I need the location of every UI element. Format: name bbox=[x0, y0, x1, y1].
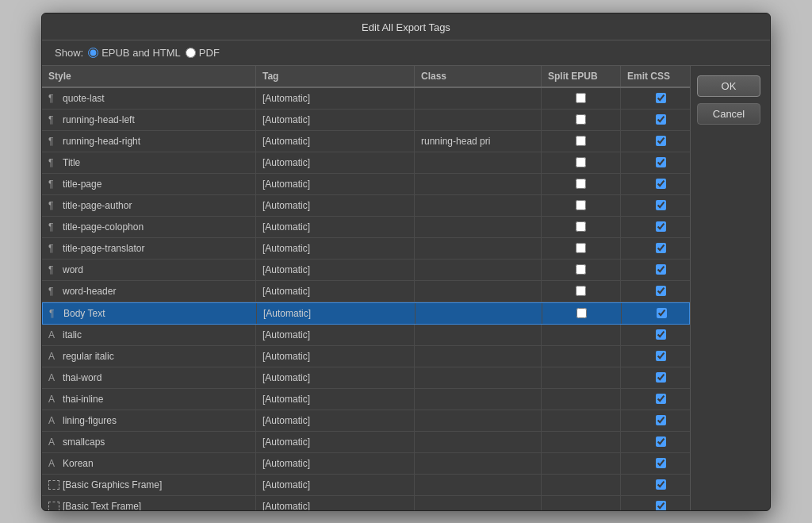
emit-css-cell[interactable] bbox=[621, 325, 690, 345]
split-epub-cell[interactable] bbox=[542, 410, 621, 431]
split-epub-checkbox[interactable] bbox=[576, 221, 586, 232]
pdf-radio[interactable] bbox=[186, 48, 196, 58]
emit-css-checkbox[interactable] bbox=[656, 394, 666, 404]
split-epub-cell[interactable] bbox=[542, 174, 621, 194]
emit-css-cell[interactable] bbox=[621, 152, 690, 173]
split-epub-cell[interactable] bbox=[542, 131, 621, 152]
emit-css-checkbox[interactable] bbox=[656, 501, 666, 510]
table-body[interactable]: ¶quote-last[Automatic]¶running-head-left… bbox=[42, 88, 690, 510]
split-epub-cell[interactable] bbox=[542, 110, 621, 130]
table-row[interactable]: ¶Body Text[Automatic] bbox=[42, 302, 690, 325]
table-row[interactable]: ¶word[Automatic] bbox=[42, 260, 690, 281]
split-epub-cell[interactable] bbox=[542, 217, 621, 237]
table-row[interactable]: Athai-inline[Automatic] bbox=[42, 389, 690, 410]
split-epub-checkbox[interactable] bbox=[576, 286, 586, 296]
table-row[interactable]: Aitalic[Automatic] bbox=[42, 325, 690, 346]
split-epub-cell[interactable] bbox=[542, 367, 621, 388]
emit-css-checkbox[interactable] bbox=[657, 308, 667, 318]
emit-css-checkbox[interactable] bbox=[656, 436, 666, 447]
emit-css-checkbox[interactable] bbox=[656, 221, 666, 232]
emit-css-cell[interactable] bbox=[621, 367, 690, 388]
emit-css-checkbox[interactable] bbox=[656, 415, 666, 425]
emit-css-cell[interactable] bbox=[621, 346, 690, 367]
emit-css-cell[interactable] bbox=[621, 174, 690, 194]
table-row[interactable]: ¶quote-last[Automatic] bbox=[42, 88, 690, 110]
table-row[interactable]: ¶title-page-author[Automatic] bbox=[42, 195, 690, 217]
split-epub-cell[interactable] bbox=[542, 325, 621, 345]
table-row[interactable]: [Basic Graphics Frame][Automatic] bbox=[42, 475, 690, 496]
table-row[interactable]: ¶Title[Automatic] bbox=[42, 152, 690, 174]
table-row[interactable]: Alining-figures[Automatic] bbox=[42, 410, 690, 432]
split-epub-cell[interactable] bbox=[542, 238, 621, 259]
table-row[interactable]: ¶word-header[Automatic] bbox=[42, 281, 690, 302]
split-epub-cell[interactable] bbox=[542, 88, 621, 109]
emit-css-cell[interactable] bbox=[621, 131, 690, 152]
table-row[interactable]: Athai-word[Automatic] bbox=[42, 367, 690, 389]
emit-css-checkbox[interactable] bbox=[656, 200, 666, 210]
emit-css-checkbox[interactable] bbox=[656, 179, 666, 189]
table-row[interactable]: ¶running-head-left[Automatic] bbox=[42, 110, 690, 131]
split-epub-checkbox[interactable] bbox=[576, 243, 586, 253]
split-epub-checkbox[interactable] bbox=[576, 308, 587, 318]
emit-css-cell[interactable] bbox=[621, 389, 690, 410]
emit-css-cell[interactable] bbox=[621, 475, 690, 495]
emit-css-cell[interactable] bbox=[621, 238, 690, 259]
split-epub-checkbox[interactable] bbox=[576, 114, 586, 125]
split-epub-cell[interactable] bbox=[542, 303, 622, 324]
epub-html-label[interactable]: EPUB and HTML bbox=[88, 47, 181, 59]
emit-css-cell[interactable] bbox=[621, 432, 690, 452]
split-epub-cell[interactable] bbox=[542, 260, 621, 280]
split-epub-cell[interactable] bbox=[542, 152, 621, 173]
table-row[interactable]: Aregular italic[Automatic] bbox=[42, 346, 690, 367]
emit-css-cell[interactable] bbox=[621, 88, 690, 109]
emit-css-checkbox[interactable] bbox=[656, 264, 666, 275]
table-row[interactable]: ¶title-page[Automatic] bbox=[42, 174, 690, 195]
table-row[interactable]: ¶running-head-right[Automatic]running-he… bbox=[42, 131, 690, 152]
emit-css-cell[interactable] bbox=[621, 260, 690, 280]
emit-css-cell[interactable] bbox=[621, 410, 690, 431]
split-epub-cell[interactable] bbox=[542, 432, 621, 452]
style-name: title-page-translator bbox=[63, 243, 144, 254]
emit-css-checkbox[interactable] bbox=[656, 93, 666, 103]
emit-css-checkbox[interactable] bbox=[656, 157, 666, 167]
class-cell bbox=[415, 367, 542, 388]
emit-css-cell[interactable] bbox=[621, 453, 690, 474]
split-epub-checkbox[interactable] bbox=[576, 179, 586, 189]
emit-css-cell[interactable] bbox=[621, 217, 690, 237]
split-epub-checkbox[interactable] bbox=[576, 200, 586, 210]
emit-css-cell[interactable] bbox=[621, 281, 690, 302]
split-epub-cell[interactable] bbox=[542, 453, 621, 474]
split-epub-cell[interactable] bbox=[542, 195, 621, 216]
emit-css-cell[interactable] bbox=[621, 195, 690, 216]
emit-css-checkbox[interactable] bbox=[656, 458, 666, 468]
split-epub-cell[interactable] bbox=[542, 389, 621, 410]
epub-html-radio[interactable] bbox=[88, 48, 98, 58]
split-epub-cell[interactable] bbox=[542, 281, 621, 302]
emit-css-checkbox[interactable] bbox=[656, 114, 666, 125]
emit-css-checkbox[interactable] bbox=[656, 351, 666, 361]
emit-css-checkbox[interactable] bbox=[656, 329, 666, 340]
split-epub-cell[interactable] bbox=[542, 496, 621, 510]
table-row[interactable]: AKorean[Automatic] bbox=[42, 453, 690, 475]
emit-css-cell[interactable] bbox=[621, 110, 690, 130]
split-epub-cell[interactable] bbox=[542, 475, 621, 495]
emit-css-checkbox[interactable] bbox=[656, 372, 666, 383]
split-epub-checkbox[interactable] bbox=[576, 264, 586, 275]
split-epub-cell[interactable] bbox=[542, 346, 621, 367]
table-row[interactable]: ¶title-page-translator[Automatic] bbox=[42, 238, 690, 260]
emit-css-cell[interactable] bbox=[622, 303, 690, 324]
cancel-button[interactable]: Cancel bbox=[697, 103, 760, 125]
table-row[interactable]: [Basic Text Frame][Automatic] bbox=[42, 496, 690, 510]
split-epub-checkbox[interactable] bbox=[576, 136, 586, 146]
emit-css-checkbox[interactable] bbox=[656, 243, 666, 253]
emit-css-checkbox[interactable] bbox=[656, 479, 666, 490]
table-row[interactable]: ¶title-page-colophon[Automatic] bbox=[42, 217, 690, 238]
split-epub-checkbox[interactable] bbox=[576, 93, 586, 103]
split-epub-checkbox[interactable] bbox=[576, 157, 586, 167]
emit-css-checkbox[interactable] bbox=[656, 136, 666, 146]
table-row[interactable]: Asmallcaps[Automatic] bbox=[42, 432, 690, 453]
emit-css-cell[interactable] bbox=[621, 496, 690, 510]
ok-button[interactable]: OK bbox=[697, 75, 760, 97]
pdf-label[interactable]: PDF bbox=[186, 47, 220, 59]
emit-css-checkbox[interactable] bbox=[656, 286, 666, 296]
